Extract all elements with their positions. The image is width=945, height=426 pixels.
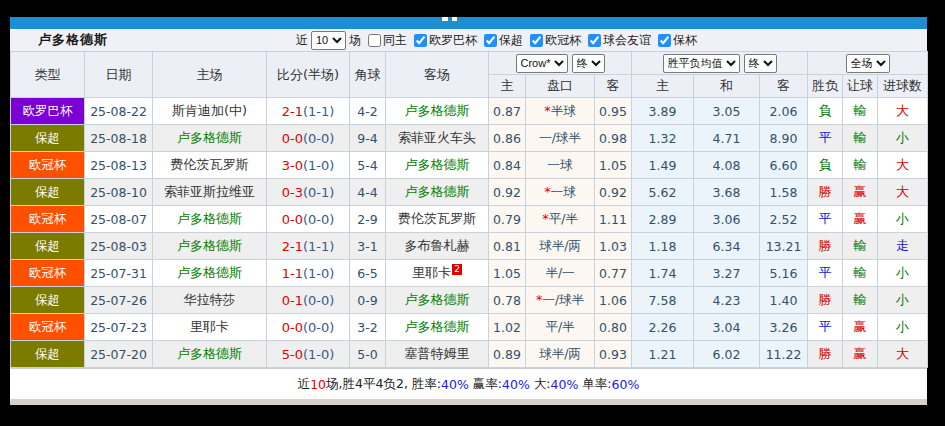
- handicap-text: 平/半: [549, 211, 578, 226]
- league-filter[interactable]: 保杯: [651, 32, 697, 49]
- home-team[interactable]: 斯肯迪加(中): [153, 98, 267, 125]
- result-wdl: 勝: [808, 179, 843, 206]
- wdl-avg-select[interactable]: 胜平负均值: [663, 54, 740, 73]
- avg-away-odds: 6.60: [760, 152, 808, 179]
- away-team-name: 费伦茨瓦罗斯: [398, 211, 476, 226]
- league-filter[interactable]: 同主: [361, 32, 407, 49]
- away-team[interactable]: 卢多格德斯: [386, 152, 489, 179]
- away-team[interactable]: 多布鲁札赫: [386, 233, 489, 260]
- away-team-badge: 2: [452, 264, 462, 275]
- home-team[interactable]: 卢多格德斯: [153, 341, 267, 368]
- league-filter-checkbox[interactable]: [588, 34, 601, 47]
- full-score: 5-0: [282, 347, 303, 362]
- away-team[interactable]: 卢多格德斯: [386, 287, 489, 314]
- home-team[interactable]: 华拉特莎: [153, 287, 267, 314]
- home-team[interactable]: 费伦茨瓦罗斯: [153, 152, 267, 179]
- final-select-2[interactable]: 终: [744, 54, 777, 73]
- league-filter[interactable]: 球会友谊: [581, 32, 651, 49]
- result-handicap: 輸: [843, 287, 878, 314]
- handicap-text: 一/球半: [539, 130, 581, 145]
- odds-home: 0.78: [489, 287, 526, 314]
- away-team[interactable]: 费伦茨瓦罗斯: [386, 206, 489, 233]
- away-team[interactable]: 塞普特姆里: [386, 341, 489, 368]
- result-goals: 小: [878, 125, 928, 152]
- away-team[interactable]: 卢多格德斯: [386, 314, 489, 341]
- away-team[interactable]: 索菲亚火车头: [386, 125, 489, 152]
- score-cell: 2-1(1-1): [267, 233, 350, 260]
- home-team[interactable]: 卢多格德斯: [153, 260, 267, 287]
- match-date: 25-07-31: [85, 260, 153, 287]
- league-filter[interactable]: 欧冠杯: [523, 32, 581, 49]
- score-cell: 0-0(0-0): [267, 206, 350, 233]
- league-filter[interactable]: 欧罗巴杯: [407, 32, 477, 49]
- away-team-name: 卢多格德斯: [405, 157, 470, 172]
- odds-home: 0.79: [489, 206, 526, 233]
- result-handicap: 輸: [843, 98, 878, 125]
- avg-home-odds: 1.32: [632, 125, 694, 152]
- league-filter-checkbox[interactable]: [658, 34, 671, 47]
- result-handicap: 赢: [843, 314, 878, 341]
- match-date: 25-07-26: [85, 287, 153, 314]
- avg-home-odds: 2.89: [632, 206, 694, 233]
- handicap-line: 平/半: [526, 314, 595, 341]
- away-team-name: 卢多格德斯: [405, 319, 470, 334]
- away-team[interactable]: 卢多格德斯: [386, 98, 489, 125]
- full-score: 2-1: [282, 239, 303, 254]
- col-score: 比分(半场): [267, 52, 350, 98]
- home-team[interactable]: 索菲亚斯拉维亚: [153, 179, 267, 206]
- away-team-name: 里耶卡: [412, 265, 451, 280]
- home-team[interactable]: 卢多格德斯: [153, 125, 267, 152]
- avg-draw-odds: 6.34: [694, 233, 760, 260]
- result-wdl: 負: [808, 98, 843, 125]
- league-badge: 欧冠杯: [11, 260, 85, 287]
- home-team[interactable]: 卢多格德斯: [153, 233, 267, 260]
- odds-home: 0.92: [489, 179, 526, 206]
- league-filter-checkbox[interactable]: [484, 34, 497, 47]
- sub-col-handicap: 盘口: [526, 75, 595, 98]
- corner-score: 4-4: [350, 179, 386, 206]
- avg-home-odds: 7.58: [632, 287, 694, 314]
- handicap-line: 半/一: [526, 260, 595, 287]
- match-filters: 近 10 场 同主 欧罗巴杯 保超 欧冠杯 球会友谊 保杯: [296, 31, 697, 50]
- result-goals: 小: [878, 206, 928, 233]
- league-filter-checkbox[interactable]: [368, 34, 381, 47]
- handicap-group-header: Crow*终: [489, 52, 632, 75]
- table-row: 欧冠杯 25-07-23 里耶卡 0-0(0-0) 3-2 卢多格德斯 1.02…: [11, 314, 928, 341]
- table-row: 保超 25-08-03 卢多格德斯 2-1(1-1) 3-1 多布鲁札赫 0.8…: [11, 233, 928, 260]
- result-wdl: 負: [808, 152, 843, 179]
- top-blue-bar: [10, 17, 927, 29]
- avg-home-odds: 1.21: [632, 341, 694, 368]
- home-team[interactable]: 里耶卡: [153, 314, 267, 341]
- score-cell: 0-3(0-1): [267, 179, 350, 206]
- table-body: 欧罗巴杯 25-08-22 斯肯迪加(中) 2-1(1-1) 4-2 卢多格德斯…: [11, 98, 928, 368]
- scope-select[interactable]: 全场: [846, 54, 890, 73]
- final-select-1[interactable]: 终: [572, 54, 605, 73]
- result-handicap: 輸: [843, 152, 878, 179]
- match-date: 25-08-03: [85, 233, 153, 260]
- home-team[interactable]: 卢多格德斯: [153, 206, 267, 233]
- league-filter-checkbox[interactable]: [414, 34, 427, 47]
- result-goals: 大: [878, 179, 928, 206]
- league-filter-checkbox[interactable]: [530, 34, 543, 47]
- league-badge: 保超: [11, 287, 85, 314]
- handicap-line: *半球: [526, 98, 595, 125]
- league-badge: 保超: [11, 341, 85, 368]
- score-cell: 0-0(0-0): [267, 125, 350, 152]
- league-filter-label: 欧冠杯: [545, 32, 581, 49]
- table-row: 欧冠杯 25-08-07 卢多格德斯 0-0(0-0) 2-9 费伦茨瓦罗斯 0…: [11, 206, 928, 233]
- bookmaker-select[interactable]: Crow*: [516, 54, 568, 73]
- table-row: 保超 25-07-26 华拉特莎 0-1(0-0) 0-9 卢多格德斯 0.78…: [11, 287, 928, 314]
- full-score: 2-1: [282, 104, 303, 119]
- col-corner: 角球: [350, 52, 386, 98]
- score-cell: 5-0(1-0): [267, 341, 350, 368]
- avg-home-odds: 1.18: [632, 233, 694, 260]
- away-team[interactable]: 里耶卡2: [386, 260, 489, 287]
- league-filter-label: 球会友谊: [603, 32, 651, 49]
- league-filter[interactable]: 保超: [477, 32, 523, 49]
- summary-segment: 40%: [502, 377, 530, 392]
- recent-count-select[interactable]: 10: [311, 31, 346, 50]
- table-row: 欧冠杯 25-07-31 卢多格德斯 1-1(1-0) 6-5 里耶卡2 1.0…: [11, 260, 928, 287]
- handicap-line: *一/球半: [526, 287, 595, 314]
- match-date: 25-08-22: [85, 98, 153, 125]
- away-team[interactable]: 卢多格德斯: [386, 179, 489, 206]
